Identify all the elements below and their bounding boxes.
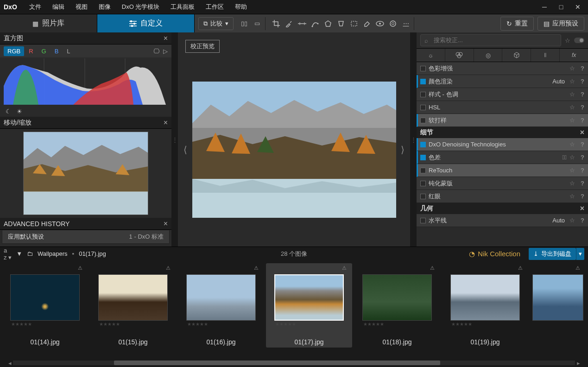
thumb-image[interactable]: [450, 274, 520, 321]
filter-icon[interactable]: ▼: [16, 250, 22, 257]
rating-stars[interactable]: ★★★★★: [180, 321, 262, 328]
help-icon[interactable]: ?: [581, 217, 584, 224]
help-icon[interactable]: ?: [581, 117, 584, 124]
filter-light[interactable]: ☼: [417, 49, 445, 62]
row-color-rendering[interactable]: 颜色渲染Auto☆?: [417, 75, 588, 88]
menu-edit[interactable]: 编辑: [48, 1, 69, 13]
checkbox[interactable]: [420, 66, 426, 71]
menu-workspace[interactable]: 工作区: [201, 1, 228, 13]
export-dropdown[interactable]: ▾: [576, 248, 584, 260]
rating-stars[interactable]: ★★★★★: [444, 321, 526, 328]
thumb-item[interactable]: ⚠ ★★★★★ 01(15).jpg: [90, 263, 176, 348]
scroll-left[interactable]: ◂: [6, 360, 13, 367]
menu-file[interactable]: 文件: [25, 1, 46, 13]
export-button[interactable]: ⤓ 导出到磁盘: [529, 248, 576, 260]
star-icon[interactable]: ☆: [569, 91, 575, 98]
section-close[interactable]: ×: [580, 204, 584, 213]
hist-tab-g[interactable]: G: [38, 46, 50, 56]
polygon-tool[interactable]: [322, 18, 334, 30]
filter-local[interactable]: ⦀: [531, 49, 560, 62]
thumb-image[interactable]: [362, 274, 432, 321]
rating-stars[interactable]: ★★★★★: [4, 321, 86, 328]
main-preview-image[interactable]: [192, 82, 396, 218]
row-horizon[interactable]: 水平线Auto☆?: [417, 214, 588, 227]
crop-tool[interactable]: [270, 18, 282, 30]
help-icon[interactable]: ?: [581, 167, 584, 174]
filter-detail[interactable]: ◎: [474, 49, 503, 62]
hist-tab-b[interactable]: B: [51, 46, 63, 56]
menu-panels[interactable]: 工具面板: [166, 1, 199, 13]
sort-button[interactable]: az ▾: [4, 247, 12, 261]
close-button[interactable]: ✕: [571, 2, 584, 12]
apply-preset-button[interactable]: ▤ 应用预设: [537, 17, 584, 31]
row-color-accent[interactable]: 色彩增强☆?: [417, 62, 588, 75]
row-soft-proof[interactable]: 软打样☆?: [417, 114, 588, 127]
navigator-image[interactable]: [23, 132, 148, 215]
help-icon[interactable]: ?: [581, 78, 584, 85]
checkbox[interactable]: [420, 92, 426, 97]
minimize-button[interactable]: ─: [538, 2, 551, 12]
help-icon[interactable]: ?: [581, 193, 584, 200]
checkbox[interactable]: [420, 118, 426, 123]
star-icon[interactable]: ☆: [569, 78, 575, 85]
history-row[interactable]: 应用默认预设 1 - DxO 标准: [2, 230, 170, 244]
search-input[interactable]: ⌕ 搜索校正...: [420, 34, 561, 46]
checkbox[interactable]: [420, 194, 426, 199]
menu-image[interactable]: 图像: [94, 1, 115, 13]
row-style-toning[interactable]: 样式 - 色调☆?: [417, 88, 588, 101]
checkbox[interactable]: [420, 181, 426, 186]
view-split-button[interactable]: ▭: [251, 18, 263, 30]
scroll-thumb[interactable]: [114, 361, 440, 365]
thumb-image[interactable]: [10, 274, 80, 321]
histogram-close[interactable]: ×: [164, 34, 168, 43]
checkbox[interactable]: [420, 105, 426, 110]
checkbox[interactable]: [420, 155, 426, 160]
compare-button[interactable]: ⧉ 比较 ▾: [198, 17, 234, 30]
star-icon[interactable]: ☆: [569, 154, 575, 161]
filmstrip-scrollbar[interactable]: ◂ ▸: [0, 360, 588, 366]
row-ca[interactable]: 色差👁⃠☆?: [417, 151, 588, 164]
thumb-item[interactable]: ⚠ ★★★★★ 01(14).jpg: [2, 263, 88, 348]
thumb-image[interactable]: [98, 274, 168, 321]
eye-tool[interactable]: [374, 18, 386, 30]
hist-tab-r[interactable]: R: [25, 46, 37, 56]
thumb-item[interactable]: ⚠ ★★★★★ 01(19).jpg: [442, 263, 528, 348]
help-icon[interactable]: ?: [581, 154, 584, 161]
checkbox[interactable]: [420, 168, 426, 173]
filter-geometry[interactable]: [502, 49, 531, 62]
hist-tab-l[interactable]: L: [63, 46, 74, 56]
toggle-switch[interactable]: [574, 38, 584, 43]
menu-view[interactable]: 视图: [71, 1, 92, 13]
star-icon[interactable]: ☆: [569, 65, 575, 72]
rectangle-tool[interactable]: [348, 18, 360, 30]
monitor-icon[interactable]: 🖵: [153, 48, 159, 55]
menu-optics[interactable]: DxO 光学模块: [117, 1, 164, 13]
mask-tool[interactable]: [387, 18, 399, 30]
filter-color[interactable]: [445, 49, 474, 62]
highlight-clip-icon[interactable]: ☀: [17, 108, 22, 115]
navigator-close[interactable]: ×: [164, 119, 168, 127]
star-icon[interactable]: ☆: [569, 167, 575, 174]
mode-library[interactable]: ▦ 照片库: [0, 14, 97, 32]
checkbox[interactable]: [420, 79, 426, 84]
thumb-item[interactable]: ⚠: [530, 263, 586, 323]
row-hsl[interactable]: HSL☆?: [417, 101, 588, 114]
history-close[interactable]: ×: [164, 220, 168, 228]
star-icon[interactable]: ☆: [569, 180, 575, 187]
mode-custom[interactable]: 自定义: [97, 14, 195, 32]
row-denoise[interactable]: DxO Denoising Technologies☆?: [417, 138, 588, 151]
menu-help[interactable]: 帮助: [230, 1, 252, 13]
help-icon[interactable]: ?: [581, 180, 584, 187]
help-icon[interactable]: ?: [581, 91, 584, 98]
checkbox[interactable]: [420, 142, 426, 147]
shadow-clip-icon[interactable]: ☾: [6, 108, 11, 115]
star-icon[interactable]: ☆: [569, 217, 575, 224]
perspective-tool[interactable]: [335, 18, 347, 30]
path-tool[interactable]: [309, 18, 321, 30]
row-retouch[interactable]: ReTouch☆?: [417, 164, 588, 177]
nik-collection-button[interactable]: ◔ Nik Collection: [464, 248, 525, 260]
scroll-right[interactable]: ▸: [575, 360, 582, 367]
thumb-image[interactable]: [186, 274, 256, 321]
rating-stars[interactable]: ★★★★★: [268, 321, 350, 328]
star-icon[interactable]: ☆: [569, 117, 575, 124]
